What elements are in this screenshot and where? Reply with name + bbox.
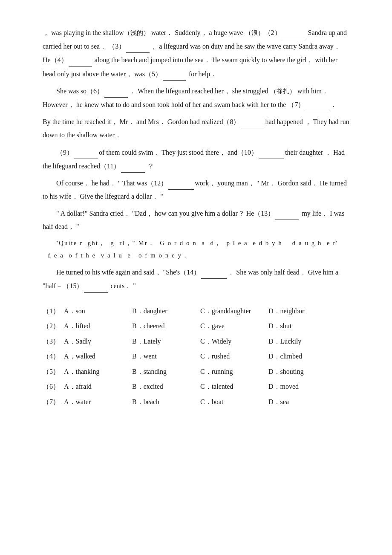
option-text-1b: daughter	[144, 306, 190, 317]
p3-text: By the time he reached it， Mr． and Mrs． …	[43, 118, 349, 139]
option-letter-4c: C．	[200, 351, 212, 362]
option-row-4: （4） A． walked B． went C． rushed D． climb…	[43, 351, 349, 362]
paragraph-3: By the time he reached it， Mr． and Mrs． …	[43, 115, 349, 142]
blank-7	[306, 98, 329, 111]
option-letter-5c: C．	[200, 366, 212, 377]
option-7-c: C． boat	[200, 396, 268, 408]
p2-text1: She was so（6） ． When the lifeguard reach…	[56, 87, 270, 95]
page: ， was playing in the shallow（浅的） water． …	[0, 0, 392, 555]
option-letter-5a: A．	[64, 366, 76, 377]
option-text-7d: sea	[280, 396, 327, 408]
option-num-4: （4）	[43, 351, 64, 362]
option-letter-5b: B．	[132, 366, 144, 377]
blank-9	[74, 145, 98, 159]
option-text-6a: afraid	[76, 381, 123, 392]
option-row-7: （7） A． water B． beach C． boat D． sea	[43, 396, 349, 408]
p6-text: " A dollar!" Sandra cried． "Dad， how can…	[43, 210, 344, 230]
option-num-7: （7）	[43, 396, 64, 408]
blank-6	[104, 84, 128, 98]
p5-text: Of course． he had． " That was（12） work， …	[43, 179, 347, 200]
paragraph-2: She was so（6） ． When the lifeguard reach…	[43, 84, 349, 111]
option-5-c: C． running	[200, 366, 268, 377]
option-2-b: B． cheered	[132, 321, 200, 332]
option-4-d: D． climbed	[268, 351, 337, 362]
option-text-4d: climbed	[280, 351, 327, 362]
option-text-4a: walked	[76, 351, 123, 362]
option-num-2: （2）	[43, 321, 64, 332]
p1-chinese2: （浪）	[245, 29, 264, 36]
option-6-c: C． talented	[200, 381, 268, 392]
option-text-3d: Luckily	[280, 336, 327, 347]
option-3-c: C． Widely	[200, 336, 268, 347]
option-num-3: （3）	[43, 336, 64, 347]
option-letter-2d: D．	[268, 321, 280, 332]
option-num-1: （1）	[43, 306, 64, 317]
option-4-b: B． went	[132, 351, 200, 362]
p1-text2: water． Suddenly， a huge wave	[150, 29, 245, 36]
option-7-a: A． water	[64, 396, 132, 408]
option-row-6: （6） A． afraid B． excited C． talented D． …	[43, 381, 349, 392]
p1-chinese1: （浅的）	[124, 29, 150, 36]
option-2-a: A． lifted	[64, 321, 132, 332]
option-2-c: C． gave	[200, 321, 268, 332]
option-letter-1c: C．	[200, 306, 212, 317]
option-text-2d: shut	[280, 321, 327, 332]
option-1-d: D． neighbor	[268, 306, 337, 317]
options-section: （1） A． son B． daughter C． granddaughter …	[43, 306, 349, 408]
option-num-5: （5）	[43, 366, 64, 377]
blank-3	[126, 39, 150, 53]
option-text-1c: granddaughter	[212, 306, 259, 317]
option-letter-6a: A．	[64, 381, 76, 392]
option-letter-6b: B．	[132, 381, 144, 392]
option-letter-7c: C．	[200, 396, 212, 408]
option-text-3b: Lately	[144, 336, 190, 347]
option-letter-4d: D．	[268, 351, 280, 362]
option-7-b: B． beach	[132, 396, 200, 408]
blank-10	[259, 145, 284, 159]
option-text-1d: neighbor	[280, 306, 327, 317]
option-text-2a: lifted	[76, 321, 123, 332]
option-row-3: （3） A． Sadly B． Lately C． Widely D． Luck…	[43, 336, 349, 347]
option-5-d: D． shouting	[268, 366, 337, 377]
option-letter-2a: A．	[64, 321, 76, 332]
option-text-2c: gave	[212, 321, 259, 332]
paragraph-4: （9） of them could swim． They just stood …	[43, 145, 349, 173]
passage: ， was playing in the shallow（浅的） water． …	[43, 26, 349, 293]
option-text-7c: boat	[212, 396, 259, 408]
p8-text: He turned to his wife again and said， "S…	[43, 269, 338, 289]
option-text-3c: Widely	[212, 336, 259, 347]
blank-15	[84, 279, 108, 292]
option-4-a: A． walked	[64, 351, 132, 362]
option-3-a: A． Sadly	[64, 336, 132, 347]
option-3-b: B． Lately	[132, 336, 200, 347]
option-text-2b: cheered	[144, 321, 190, 332]
option-letter-1a: A．	[64, 306, 76, 317]
option-text-4c: rushed	[212, 351, 259, 362]
paragraph-8: He turned to his wife again and said， "S…	[43, 265, 349, 292]
p1-text1: ， was playing in the shallow	[43, 29, 124, 36]
option-4-c: C． rushed	[200, 351, 268, 362]
blank-13	[275, 206, 299, 220]
option-1-b: B． daughter	[132, 306, 200, 317]
option-text-6b: excited	[144, 381, 190, 392]
option-letter-7a: A．	[64, 396, 76, 408]
option-row-2: （2） A． lifted B． cheered C． gave D． shut	[43, 321, 349, 332]
option-1-a: A． son	[64, 306, 132, 317]
paragraph-7: "Quite r ght， g rl，" Mr． G o r d o n a d…	[43, 237, 349, 262]
option-text-3a: Sadly	[76, 336, 123, 347]
option-text-5a: thanking	[76, 366, 123, 377]
option-letter-3d: D．	[268, 336, 280, 347]
option-6-d: D． moved	[268, 381, 337, 392]
option-letter-3a: A．	[64, 336, 76, 347]
blank-4	[69, 53, 92, 66]
option-letter-6c: C．	[200, 381, 212, 392]
paragraph-6: " A dollar!" Sandra cried． "Dad， how can…	[43, 206, 349, 233]
option-letter-2c: C．	[200, 321, 212, 332]
p7-text: "Quite r ght， g rl，" Mr． G o r d o n a d…	[43, 240, 338, 259]
blank-12	[168, 176, 194, 190]
blank-14	[201, 265, 227, 279]
option-3-d: D． Luckily	[268, 336, 337, 347]
blank-5	[163, 67, 186, 81]
blank-8	[241, 115, 264, 128]
blank-2	[282, 26, 306, 39]
